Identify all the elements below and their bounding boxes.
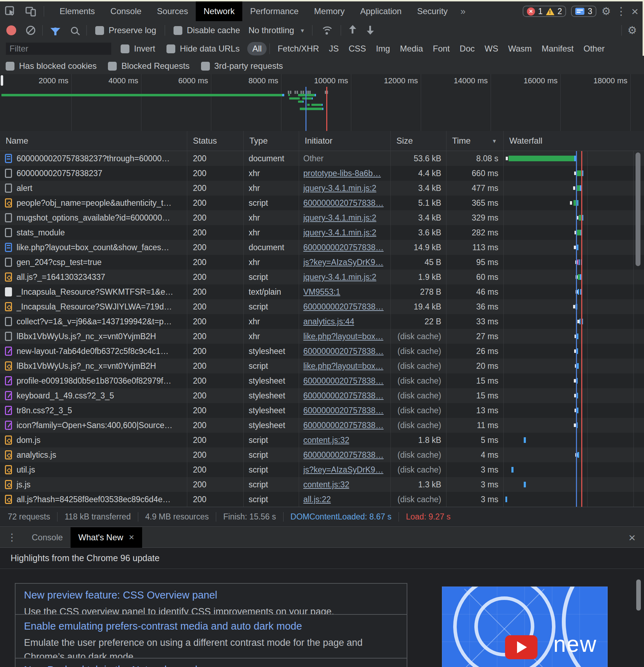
initiator-link[interactable]: 6000000020757838… bbox=[303, 376, 384, 386]
filter-input[interactable] bbox=[6, 42, 111, 55]
request-name-cell[interactable]: util.js bbox=[0, 462, 187, 477]
table-row[interactable]: _Incapsula_Resource?SWKMTFSR=1&e…200text… bbox=[0, 284, 644, 299]
request-name-cell[interactable]: _Incapsula_Resource?SWKMTFSR=1&e… bbox=[0, 284, 187, 299]
table-row[interactable]: js.js200scriptcontent.js:321.3 kB3 ms bbox=[0, 477, 644, 492]
initiator-link[interactable]: VM9553:1 bbox=[303, 287, 340, 297]
request-name-cell[interactable]: analytics.js bbox=[0, 447, 187, 462]
3rd-party-requests-checkbox[interactable]: 3rd-party requests bbox=[201, 61, 283, 71]
request-waterfall-cell[interactable] bbox=[504, 433, 644, 447]
request-waterfall-cell[interactable] bbox=[504, 299, 644, 314]
record-button[interactable] bbox=[6, 25, 16, 35]
card-title-link[interactable]: Enable emulating prefers-contrast media … bbox=[24, 620, 398, 632]
request-waterfall-cell[interactable] bbox=[504, 359, 644, 373]
table-row[interactable]: mugshot_options_available?id=6000000…200… bbox=[0, 210, 644, 225]
whats-new-card[interactable]: New Payload tab in the Network panel bbox=[15, 658, 407, 667]
request-waterfall-cell[interactable] bbox=[504, 492, 644, 507]
table-row[interactable]: tr8n.css?2_3_5200stylesheet6000000020757… bbox=[0, 403, 644, 418]
chrome-96-video-thumbnail[interactable]: new bbox=[442, 587, 608, 667]
request-waterfall-cell[interactable] bbox=[504, 388, 644, 403]
request-name-cell[interactable]: 6000000020757838237?through=60000… bbox=[0, 151, 187, 166]
request-name-cell[interactable]: people?obj_name=people&authenticity_t… bbox=[0, 196, 187, 210]
inspect-element-icon[interactable] bbox=[4, 5, 16, 17]
initiator-link[interactable]: 6000000020757838… bbox=[303, 198, 384, 208]
initiator-link[interactable]: 6000000020757838… bbox=[303, 450, 384, 460]
initiator-link[interactable]: 6000000020757838… bbox=[303, 391, 384, 401]
filter-chip-doc[interactable]: Doc bbox=[455, 42, 480, 55]
drawer-tab-console[interactable]: Console bbox=[24, 527, 71, 548]
initiator-link[interactable]: content.js:32 bbox=[303, 480, 349, 489]
request-waterfall-cell[interactable] bbox=[504, 373, 644, 388]
request-name-cell[interactable]: like.php?layout=box_count&show_faces… bbox=[0, 240, 187, 255]
clear-icon[interactable] bbox=[26, 26, 35, 35]
filter-chip-manifest[interactable]: Manifest bbox=[537, 42, 579, 55]
more-tabs-icon[interactable]: » bbox=[455, 6, 470, 17]
filter-chip-fetchxhr[interactable]: Fetch/XHR bbox=[273, 42, 324, 55]
request-waterfall-cell[interactable] bbox=[504, 284, 644, 299]
request-waterfall-cell[interactable] bbox=[504, 447, 644, 462]
column-header-status[interactable]: Status bbox=[187, 131, 244, 151]
initiator-link[interactable]: like.php?layout=box… bbox=[303, 332, 383, 341]
request-waterfall-cell[interactable] bbox=[504, 166, 644, 181]
youtube-play-icon[interactable] bbox=[505, 635, 537, 659]
tab-memory[interactable]: Memory bbox=[306, 1, 353, 21]
request-waterfall-cell[interactable] bbox=[504, 329, 644, 344]
request-waterfall-cell[interactable] bbox=[504, 240, 644, 255]
request-name-cell[interactable]: all.js?_=1641303234337 bbox=[0, 270, 187, 284]
close-drawer-icon[interactable]: × bbox=[628, 532, 644, 543]
device-toolbar-icon[interactable] bbox=[25, 5, 37, 17]
drawer-tab-whats-new[interactable]: What's New × bbox=[71, 527, 142, 548]
request-name-cell[interactable]: mugshot_options_available?id=6000000… bbox=[0, 210, 187, 225]
filter-chip-img[interactable]: Img bbox=[371, 42, 395, 55]
request-name-cell[interactable]: stats_module bbox=[0, 225, 187, 240]
card-title-link[interactable]: New preview feature: CSS Overview panel bbox=[24, 589, 398, 601]
initiator-link[interactable]: all.js:22 bbox=[303, 495, 331, 504]
request-name-cell[interactable]: icon?family=Open+Sans:400,600|Source… bbox=[0, 418, 187, 433]
request-name-cell[interactable]: all.js?hash=84258f8eef03538ec89c6d4e… bbox=[0, 492, 187, 507]
request-waterfall-cell[interactable] bbox=[504, 403, 644, 418]
request-waterfall-cell[interactable] bbox=[504, 314, 644, 329]
column-header-waterfall[interactable]: Waterfall bbox=[504, 131, 644, 151]
table-row[interactable]: 6000000020757838237200xhrprototype-libs-… bbox=[0, 166, 644, 181]
initiator-link[interactable]: analytics.js:44 bbox=[303, 317, 354, 326]
table-row[interactable]: all.js?_=1641303234337200scriptjquery-3.… bbox=[0, 270, 644, 284]
tab-sources[interactable]: Sources bbox=[149, 1, 196, 21]
throttling-select[interactable]: No throttling bbox=[248, 25, 294, 35]
request-waterfall-cell[interactable] bbox=[504, 477, 644, 492]
card-title-link[interactable]: New Payload tab in the Network panel bbox=[24, 664, 398, 667]
request-waterfall-cell[interactable] bbox=[504, 270, 644, 284]
request-name-cell[interactable]: alert bbox=[0, 181, 187, 196]
filter-chip-ws[interactable]: WS bbox=[480, 42, 503, 55]
table-row[interactable]: icon?family=Open+Sans:400,600|Source…200… bbox=[0, 418, 644, 433]
request-waterfall-cell[interactable] bbox=[504, 151, 644, 166]
request-name-cell[interactable]: js.js bbox=[0, 477, 187, 492]
tab-console[interactable]: Console bbox=[103, 1, 149, 21]
table-row[interactable]: like.php?layout=box_count&show_faces…200… bbox=[0, 240, 644, 255]
drawer-kebab-menu-icon[interactable]: ⋮ bbox=[0, 531, 24, 543]
filter-chip-js[interactable]: JS bbox=[324, 42, 344, 55]
table-row[interactable]: profile-e009198d0b5e1b87036e0f82979f…200… bbox=[0, 373, 644, 388]
column-header-time[interactable]: Time▼ bbox=[446, 131, 504, 151]
table-row[interactable]: collect?v=1&_v=j96&a=1437199942&t=p…200x… bbox=[0, 314, 644, 329]
table-row[interactable]: gen_204?csp_test=true200xhrjs?key=AIzaSy… bbox=[0, 255, 644, 270]
messages-badge-group[interactable]: 3 bbox=[571, 6, 596, 17]
preserve-log-checkbox[interactable]: Preserve log bbox=[95, 25, 156, 35]
initiator-link[interactable]: content.js:32 bbox=[303, 435, 349, 445]
initiator-link[interactable]: jquery-3.4.1.min.js:2 bbox=[303, 228, 376, 238]
request-name-cell[interactable]: dom.js bbox=[0, 433, 187, 447]
table-row[interactable]: lBbx1VbWyUs.js?_nc_x=vnt0YvjmB2H200scrip… bbox=[0, 359, 644, 373]
initiator-link[interactable]: 6000000020757838… bbox=[303, 243, 384, 252]
search-icon[interactable] bbox=[71, 27, 78, 34]
filter-chip-other[interactable]: Other bbox=[578, 42, 609, 55]
request-name-cell[interactable]: lBbx1VbWyUs.js?_nc_x=vnt0YvjmB2H bbox=[0, 359, 187, 373]
filter-chip-css[interactable]: CSS bbox=[344, 42, 371, 55]
initiator-link[interactable]: 6000000020757838… bbox=[303, 302, 384, 312]
table-row[interactable]: lBbx1VbWyUs.js?_nc_x=vnt0YvjmB2H200xhrli… bbox=[0, 329, 644, 344]
initiator-link[interactable]: jquery-3.4.1.min.js:2 bbox=[303, 272, 376, 282]
table-row[interactable]: all.js?hash=84258f8eef03538ec89c6d4e…200… bbox=[0, 492, 644, 507]
hide-data-urls-checkbox[interactable]: Hide data URLs bbox=[166, 44, 239, 54]
tab-application[interactable]: Application bbox=[352, 1, 409, 21]
initiator-link[interactable]: js?key=AIzaSyDrK9… bbox=[303, 258, 383, 267]
filter-chip-font[interactable]: Font bbox=[428, 42, 455, 55]
table-row[interactable]: stats_module200xhrjquery-3.4.1.min.js:23… bbox=[0, 225, 644, 240]
filter-chip-media[interactable]: Media bbox=[395, 42, 428, 55]
